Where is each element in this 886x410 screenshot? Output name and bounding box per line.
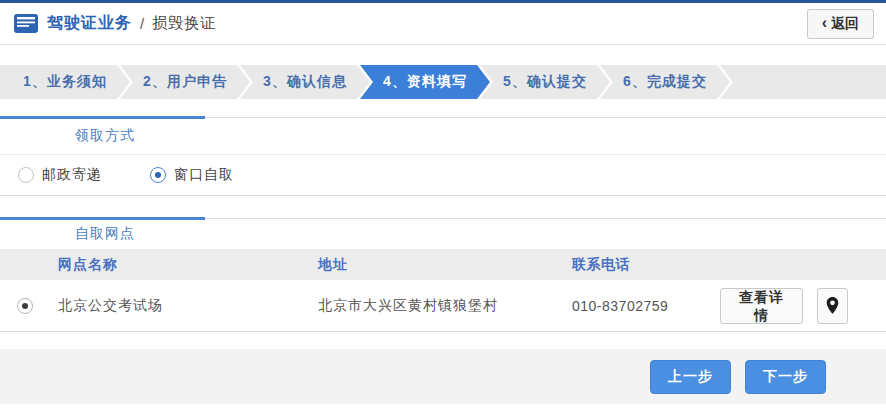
pickup-method-section: 领取方式 邮政寄递 窗口自取 (0, 117, 886, 196)
radio-checked-icon[interactable] (150, 167, 166, 183)
location-name-cell: 北京公交考试场 (58, 297, 318, 315)
page-header: 驾驶证业务 / 损毁换证 ‹ 返回 (0, 3, 886, 45)
location-table-row[interactable]: 北京公交考试场 北京市大兴区黄村镇狼堡村 010-83702759 查看详情 (0, 280, 886, 332)
pickup-locations-section-head: 自取网点 (0, 218, 886, 250)
step-4-fill-info-active[interactable]: 4、资料填写 (360, 65, 490, 99)
previous-step-button[interactable]: 上一步 (650, 360, 731, 394)
location-pin-icon (826, 297, 839, 314)
radio-option-window-pickup[interactable]: 窗口自取 (150, 166, 234, 184)
back-button[interactable]: ‹ 返回 (807, 9, 874, 39)
step-2-user-declaration[interactable]: 2、用户申告 (120, 65, 250, 99)
step-6-complete-submit[interactable]: 6、完成提交 (600, 65, 730, 99)
service-category-title: 驾驶证业务 (47, 13, 132, 34)
step-3-confirm-info[interactable]: 3、确认信息 (240, 65, 370, 99)
pickup-method-options: 邮政寄递 窗口自取 (0, 155, 886, 196)
location-address-cell: 北京市大兴区黄村镇狼堡村 (318, 297, 572, 315)
pickup-locations-section-title: 自取网点 (75, 225, 135, 243)
column-header-name: 网点名称 (58, 256, 318, 274)
step-1-business-notice[interactable]: 1、业务须知 (0, 65, 130, 99)
step-bar-filler (720, 65, 886, 99)
pickup-method-section-head: 领取方式 (0, 117, 886, 155)
column-header-address: 地址 (318, 256, 572, 274)
pickup-method-section-title: 领取方式 (75, 127, 135, 145)
service-subpage-title: 损毁换证 (152, 14, 216, 33)
view-details-button[interactable]: 查看详情 (720, 288, 803, 324)
license-card-icon (14, 14, 38, 33)
next-step-button[interactable]: 下一步 (745, 360, 826, 394)
step-progress-bar: 1、业务须知 2、用户申告 3、确认信息 4、资料填写 5、确认提交 6、完成提… (0, 65, 886, 99)
row-radio-checked-icon[interactable] (17, 298, 33, 314)
back-chevron-icon: ‹ (822, 15, 827, 31)
radio-option-label: 窗口自取 (174, 166, 234, 184)
wizard-footer: 上一步 下一步 (0, 349, 886, 404)
radio-unchecked-icon[interactable] (18, 167, 34, 183)
location-phone-cell: 010-83702759 (572, 298, 720, 314)
radio-option-label: 邮政寄递 (42, 166, 102, 184)
column-header-phone: 联系电话 (572, 256, 720, 274)
map-location-button[interactable] (817, 288, 848, 324)
breadcrumb-separator: / (140, 15, 144, 32)
locations-table-header: 网点名称 地址 联系电话 (0, 250, 886, 280)
radio-option-postal-delivery[interactable]: 邮政寄递 (18, 166, 102, 184)
step-5-confirm-submit[interactable]: 5、确认提交 (480, 65, 610, 99)
pickup-locations-section: 自取网点 网点名称 地址 联系电话 北京公交考试场 北京市大兴区黄村镇狼堡村 0… (0, 218, 886, 332)
back-button-label: 返回 (831, 15, 859, 33)
